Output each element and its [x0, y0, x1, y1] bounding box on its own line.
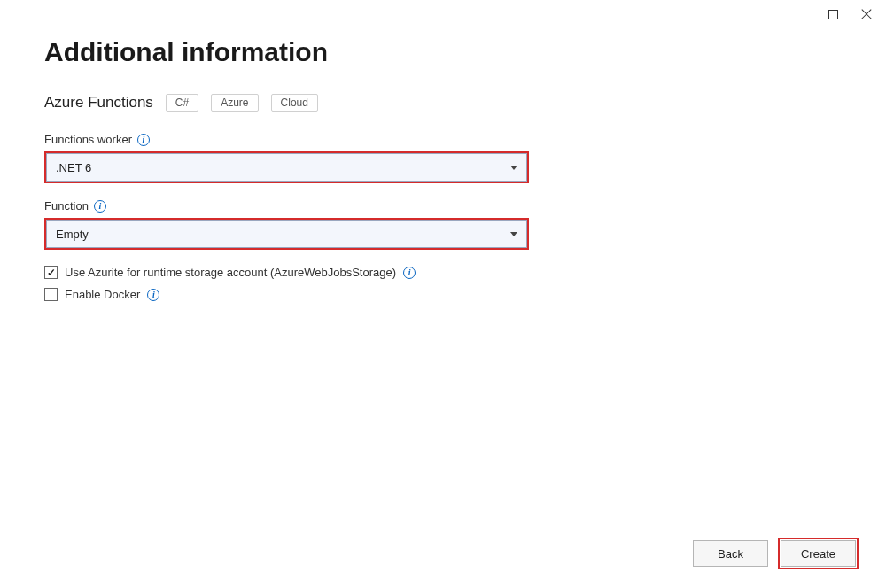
tag-cloud: Cloud — [271, 94, 318, 112]
template-header: Azure Functions C# Azure Cloud — [44, 94, 842, 112]
create-button[interactable]: Create — [781, 540, 856, 567]
info-icon[interactable] — [147, 289, 159, 301]
maximize-icon — [828, 10, 838, 19]
docker-checkbox[interactable] — [44, 288, 58, 301]
functions-worker-field-highlight: .NET 6 — [44, 151, 529, 183]
info-icon[interactable] — [137, 134, 150, 146]
function-value: Empty — [56, 228, 89, 241]
back-button[interactable]: Back — [693, 540, 768, 567]
info-icon[interactable] — [94, 200, 106, 213]
function-select[interactable]: Empty — [46, 220, 527, 248]
close-button[interactable] — [859, 7, 874, 21]
template-name: Azure Functions — [44, 94, 153, 112]
azurite-checkbox[interactable] — [44, 266, 58, 279]
function-label: Function — [44, 199, 89, 213]
tag-csharp: C# — [166, 94, 198, 112]
maximize-button[interactable] — [826, 7, 840, 21]
chevron-down-icon — [510, 232, 517, 236]
tag-azure: Azure — [211, 94, 258, 112]
functions-worker-select[interactable]: .NET 6 — [46, 153, 527, 182]
function-field-highlight: Empty — [44, 218, 529, 250]
functions-worker-value: .NET 6 — [56, 161, 91, 174]
docker-checkbox-label: Enable Docker — [65, 288, 140, 301]
chevron-down-icon — [510, 166, 517, 170]
close-icon — [860, 8, 873, 20]
info-icon[interactable] — [403, 267, 416, 279]
azurite-checkbox-label: Use Azurite for runtime storage account … — [65, 266, 396, 279]
page-title: Additional information — [44, 37, 842, 67]
functions-worker-label: Functions worker — [44, 133, 132, 146]
